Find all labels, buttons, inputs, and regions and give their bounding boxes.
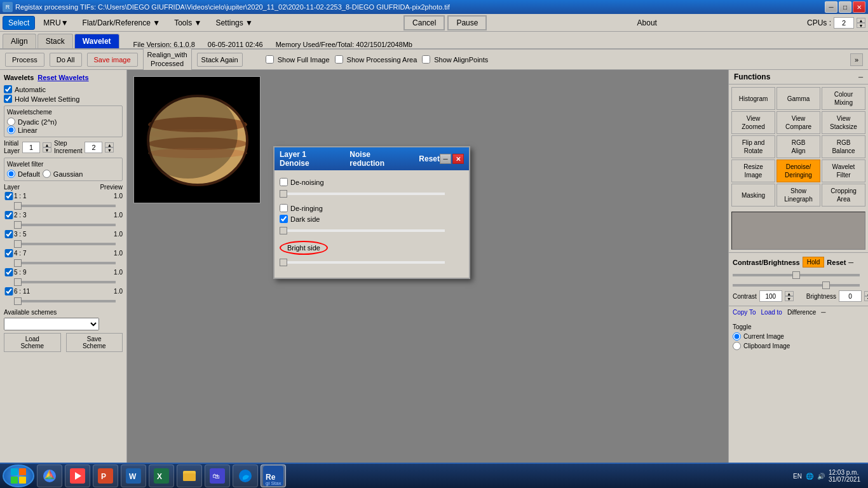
contrast-spin-down[interactable]: ▼ <box>785 296 794 301</box>
copy-collapse[interactable]: ─ <box>821 309 825 316</box>
minimize-button[interactable]: ─ <box>825 1 837 13</box>
resize-image-button[interactable]: ResizeImage <box>731 159 775 182</box>
cancel-button[interactable]: Cancel <box>403 15 445 30</box>
layer-3-cb[interactable] <box>4 230 14 238</box>
taskbar-files[interactable] <box>177 464 202 487</box>
cpu-spin-up[interactable]: ▲ <box>857 18 865 23</box>
settings-menu[interactable]: Settings ▼ <box>210 16 259 30</box>
save-scheme-button[interactable]: SaveScheme <box>66 333 123 352</box>
brightness-slider[interactable] <box>733 284 860 287</box>
brightside-button[interactable]: Bright side <box>280 241 328 255</box>
gaussian-filter-radio[interactable] <box>43 170 51 178</box>
brightside-slider[interactable] <box>280 261 445 264</box>
step-increment-spin-down[interactable]: ▼ <box>105 147 114 152</box>
masking-button[interactable]: Masking <box>731 184 775 207</box>
processing-area-cb[interactable] <box>335 55 343 64</box>
contrast-value-input[interactable] <box>759 290 782 302</box>
process-button[interactable]: Process <box>5 53 44 67</box>
expand-button[interactable]: » <box>850 53 863 66</box>
colour-mixing-button[interactable]: ColourMixing <box>822 87 865 110</box>
clipboard-image-radio-input[interactable] <box>733 342 741 350</box>
denoising-cb[interactable] <box>280 178 288 186</box>
load-scheme-button[interactable]: LoadScheme <box>4 333 61 352</box>
brightness-value-input[interactable] <box>839 290 862 302</box>
start-button[interactable] <box>3 464 34 487</box>
linear-radio-input[interactable] <box>7 126 15 134</box>
gamma-button[interactable]: Gamma <box>776 87 820 110</box>
hold-button[interactable]: Hold <box>803 257 825 268</box>
dialog-title-reset[interactable]: Reset <box>419 154 440 163</box>
align-points-cb[interactable] <box>422 55 430 64</box>
load-to-link[interactable]: Load to <box>761 309 782 316</box>
show-linegraph-button[interactable]: ShowLinegraph <box>776 184 820 207</box>
tab-align[interactable]: Align <box>3 34 36 48</box>
taskbar-media[interactable] <box>65 464 90 487</box>
contrast-collapse[interactable]: ─ <box>848 259 853 266</box>
cpu-input[interactable] <box>834 17 854 29</box>
layer-4-cb[interactable] <box>4 249 14 257</box>
cpu-spin-down[interactable]: ▼ <box>857 23 865 28</box>
step-increment-spin-up[interactable]: ▲ <box>105 142 114 147</box>
about-link[interactable]: About <box>632 17 662 29</box>
dialog-close-button[interactable]: ✕ <box>452 154 464 164</box>
default-filter-radio[interactable] <box>7 170 15 178</box>
flatdark-menu[interactable]: Flat/Dark/Reference ▼ <box>77 16 166 30</box>
taskbar-excel[interactable]: X <box>149 464 174 487</box>
histogram-button[interactable]: Histogram <box>731 87 775 110</box>
layer-2-slider[interactable] <box>14 224 116 226</box>
tab-wavelet[interactable]: Wavelet <box>74 34 119 48</box>
view-zoomed-button[interactable]: ViewZoomed <box>731 111 775 134</box>
initial-layer-spin-up[interactable]: ▲ <box>43 142 51 147</box>
reset-wavelets-link[interactable]: Reset Wavelets <box>37 74 88 81</box>
brightness-spin-down[interactable]: ▼ <box>864 296 868 301</box>
layer-6-cb[interactable] <box>4 287 14 295</box>
denoising-slider[interactable] <box>280 193 445 195</box>
layer-5-cb[interactable] <box>4 268 14 276</box>
layer-1-cb[interactable] <box>4 192 14 200</box>
denoise-deringing-button[interactable]: Denoise/Deringing <box>776 159 820 182</box>
copy-to-link[interactable]: Copy To <box>733 309 756 316</box>
current-image-radio-input[interactable] <box>733 332 741 341</box>
layer-5-slider[interactable] <box>14 281 116 283</box>
step-increment-input[interactable] <box>85 142 102 153</box>
maximize-button[interactable]: □ <box>839 1 851 13</box>
contrast-reset-link[interactable]: Reset <box>827 259 846 266</box>
taskbar-word[interactable]: W <box>121 464 146 487</box>
automatic-cb[interactable] <box>4 85 12 93</box>
select-menu[interactable]: Select <box>3 16 35 30</box>
hold-wavelet-cb[interactable] <box>4 95 12 103</box>
taskbar-powerpoint[interactable]: P <box>93 464 118 487</box>
rgb-balance-button[interactable]: RGBBalance <box>822 135 865 158</box>
schemes-select[interactable] <box>4 318 99 330</box>
stack-again-button[interactable]: Stack Again <box>197 53 243 67</box>
initial-layer-input[interactable] <box>22 142 40 153</box>
functions-collapse-button[interactable]: ─ <box>858 74 863 81</box>
tab-stack[interactable]: Stack <box>37 34 73 48</box>
tools-menu[interactable]: Tools ▼ <box>168 16 207 30</box>
darkside-cb[interactable] <box>280 215 288 223</box>
layer-2-cb[interactable] <box>4 211 14 219</box>
cropping-area-button[interactable]: CroppingArea <box>822 184 865 207</box>
layer-1-slider[interactable] <box>14 205 116 207</box>
wavelet-filter-button[interactable]: WaveletFilter <box>822 159 865 182</box>
full-image-cb[interactable] <box>266 55 274 64</box>
do-all-button[interactable]: Do All <box>50 53 82 67</box>
rgb-align-button[interactable]: RGBAlign <box>776 135 820 158</box>
taskbar-chrome[interactable] <box>37 464 62 487</box>
layer-6-slider[interactable] <box>14 300 116 302</box>
contrast-slider-1[interactable] <box>733 274 860 276</box>
realign-button[interactable]: Realign_withProcessed <box>143 48 192 71</box>
darkside-slider[interactable] <box>280 229 445 232</box>
mru-menu[interactable]: MRU▼ <box>37 16 74 30</box>
layer-3-slider[interactable] <box>14 243 116 245</box>
contrast-spin-up[interactable]: ▲ <box>785 291 794 296</box>
flip-rotate-button[interactable]: Flip andRotate <box>731 135 775 158</box>
layer-4-slider[interactable] <box>14 262 116 264</box>
deringing-cb[interactable] <box>280 204 288 212</box>
close-button[interactable]: ✕ <box>853 1 865 13</box>
save-image-button[interactable]: Save image <box>87 53 138 67</box>
taskbar-store[interactable]: 🛍 <box>205 464 230 487</box>
initial-layer-spin-down[interactable]: ▼ <box>43 147 51 152</box>
taskbar-edge[interactable] <box>233 464 258 487</box>
dialog-minimize-button[interactable]: ─ <box>440 154 451 164</box>
